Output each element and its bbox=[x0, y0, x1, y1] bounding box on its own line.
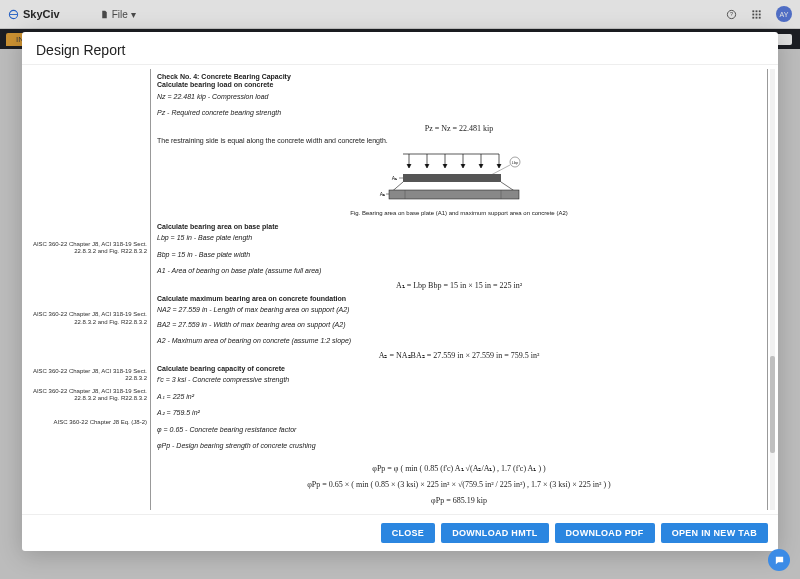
reference-column: AISC 360-22 Chapter J8, ACI 318-19 Sect.… bbox=[28, 69, 151, 510]
equation: φPp = 685.19 kip bbox=[157, 496, 761, 506]
equation: φPp = φ ( min ( 0.85 (f'c) A₁ √(A₂/A₁) ,… bbox=[157, 464, 761, 474]
modal-footer: CLOSE DOWNLOAD HMTL DOWNLOAD PDF OPEN IN… bbox=[22, 515, 778, 551]
report-page: AISC 360-22 Chapter J8, ACI 318-19 Sect.… bbox=[28, 69, 768, 510]
section-heading: Calculate bearing load on concrete bbox=[157, 81, 761, 89]
figure-caption: Fig. Bearing area on base plate (A1) and… bbox=[157, 210, 761, 217]
modal-body: AISC 360-22 Chapter J8, ACI 318-19 Sect.… bbox=[22, 64, 778, 515]
var-line: A1 - Area of bearing on base plate (assu… bbox=[157, 267, 321, 274]
scroll-thumb[interactable] bbox=[770, 356, 775, 453]
equation: A₂ = NA₂BA₂ = 27.559 in × 27.559 in = 75… bbox=[157, 351, 761, 361]
scrollbar[interactable] bbox=[770, 69, 775, 510]
var-line: A2 - Maximum area of bearing on concrete… bbox=[157, 337, 351, 344]
var-line: BA2 = 27.559 in - Width of max bearing a… bbox=[157, 321, 345, 328]
var-line: Nz = 22.481 kip - Compression load bbox=[157, 93, 268, 100]
close-button[interactable]: CLOSE bbox=[381, 523, 436, 543]
chat-icon bbox=[774, 555, 785, 566]
modal-title: Design Report bbox=[22, 32, 778, 64]
var-line: A₂ = 759.5 in² bbox=[157, 409, 200, 416]
svg-line-21 bbox=[491, 165, 510, 175]
check-title: Check No. 4: Concrete Bearing Capacity bbox=[157, 73, 761, 81]
var-line: Lbp = 15 in - Base plate length bbox=[157, 234, 252, 241]
download-html-button[interactable]: DOWNLOAD HMTL bbox=[441, 523, 548, 543]
svg-rect-27 bbox=[389, 190, 519, 199]
open-new-tab-button[interactable]: OPEN IN NEW TAB bbox=[661, 523, 768, 543]
equation: Pz = Nz = 22.481 kip bbox=[157, 124, 761, 134]
chat-button[interactable] bbox=[768, 549, 790, 571]
section-heading: Calculate bearing capacity of concrete bbox=[157, 365, 761, 373]
ref-text: AISC 360-22 Chapter J8, ACI 318-19 Sect.… bbox=[29, 388, 147, 402]
svg-text:A₂: A₂ bbox=[380, 191, 385, 197]
download-pdf-button[interactable]: DOWNLOAD PDF bbox=[555, 523, 655, 543]
var-line: Pz - Required concrete bearing strength bbox=[157, 109, 281, 116]
var-line: NA2 = 27.559 in - Length of max bearing … bbox=[157, 306, 349, 313]
var-line: φ = 0.65 - Concrete bearing resistance f… bbox=[157, 426, 296, 433]
ref-text: AISC 360-22 Chapter J8, ACI 318-19 Sect.… bbox=[29, 241, 147, 255]
var-line: f'c = 3 ksi - Concrete compressive stren… bbox=[157, 376, 289, 383]
ref-text: AISC 360-22 Chapter J8, ACI 318-19 Sect.… bbox=[29, 311, 147, 325]
section-heading: Calculate bearing area on base plate bbox=[157, 223, 761, 231]
note: The restraining side is equal along the … bbox=[157, 137, 761, 145]
svg-text:A₁: A₁ bbox=[392, 175, 397, 181]
design-report-modal: Design Report AISC 360-22 Chapter J8, AC… bbox=[22, 32, 778, 551]
var-line: A₁ = 225 in² bbox=[157, 393, 194, 400]
bearing-area-figure: Lbp A₁ bbox=[157, 152, 761, 206]
ref-text: AISC 360-22 Chapter J8, ACI 318-19 Sect.… bbox=[29, 368, 147, 382]
svg-rect-22 bbox=[403, 174, 501, 182]
main-column: Check No. 4: Concrete Bearing Capacity C… bbox=[151, 69, 768, 510]
ref-text: AISC 360-22 Chapter J8 Eq. (J8-2) bbox=[29, 419, 147, 426]
equation: φPp = 0.65 × ( min ( 0.85 × (3 ksi) × 22… bbox=[157, 480, 761, 490]
svg-text:Lbp: Lbp bbox=[512, 160, 519, 165]
equation: A₁ = Lbp Bbp = 15 in × 15 in = 225 in² bbox=[157, 281, 761, 291]
var-line: φPp - Design bearing strength of concret… bbox=[157, 442, 316, 449]
var-line: Bbp = 15 in - Base plate width bbox=[157, 251, 250, 258]
section-heading: Calculate maximum bearing area on concre… bbox=[157, 295, 761, 303]
